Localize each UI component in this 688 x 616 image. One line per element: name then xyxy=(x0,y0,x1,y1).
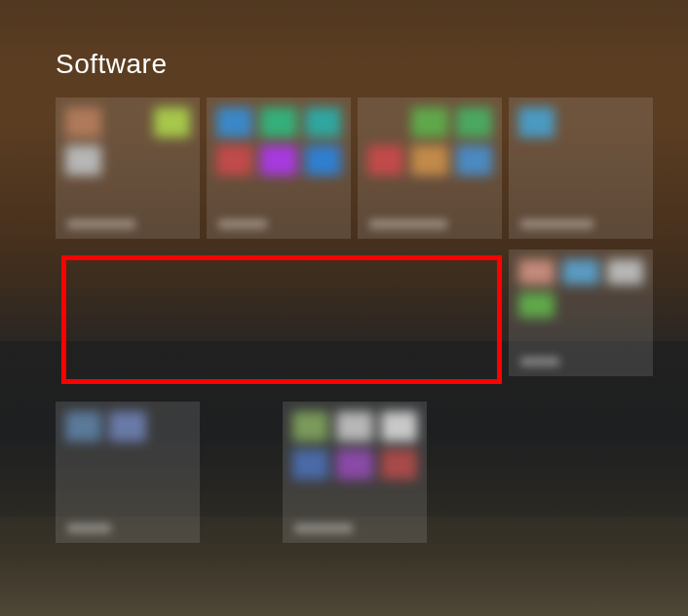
folder-tile-5[interactable] xyxy=(509,250,653,376)
tile-grid xyxy=(56,97,679,585)
folder-tile-4[interactable] xyxy=(509,97,653,239)
start-screen: Software xyxy=(0,0,688,616)
folder-tile-3[interactable] xyxy=(358,97,502,239)
tile-label xyxy=(67,523,111,533)
tile-label xyxy=(520,219,593,229)
tile-label xyxy=(218,219,267,229)
folder-tile-7[interactable] xyxy=(283,402,427,543)
tile-label xyxy=(520,357,559,366)
folder-tile-1[interactable] xyxy=(56,97,200,239)
drop-target-highlight[interactable] xyxy=(61,255,502,384)
group-title-software[interactable]: Software xyxy=(56,49,688,80)
folder-tile-2[interactable] xyxy=(207,97,351,239)
folder-tile-6[interactable] xyxy=(56,402,200,543)
tile-label xyxy=(369,219,447,229)
tile-label xyxy=(294,523,353,533)
tile-label xyxy=(67,219,135,229)
